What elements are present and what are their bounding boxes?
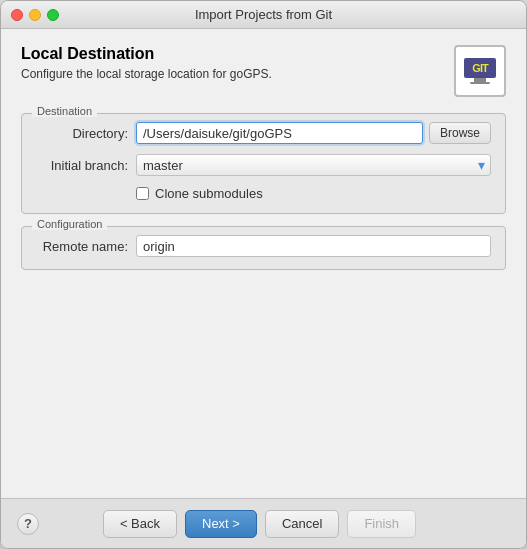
bottom-bar: ? < Back Next > Cancel Finish (1, 498, 526, 548)
help-button[interactable]: ? (17, 513, 39, 535)
directory-row: Directory: Browse (36, 122, 491, 144)
header-section: Local Destination Configure the local st… (21, 45, 506, 97)
configuration-legend: Configuration (32, 218, 107, 230)
monitor-screen: GIT (464, 58, 496, 78)
git-icon: GIT (464, 58, 496, 84)
branch-select[interactable]: master (136, 154, 491, 176)
finish-button: Finish (347, 510, 416, 538)
remote-name-input[interactable] (136, 235, 491, 257)
header-text: Local Destination Configure the local st… (21, 45, 272, 81)
window-controls (11, 9, 59, 21)
remote-name-row: Remote name: (36, 235, 491, 257)
page-subtitle: Configure the local storage location for… (21, 67, 272, 81)
window-title: Import Projects from Git (195, 7, 332, 22)
help-section: ? (17, 513, 39, 535)
clone-submodules-checkbox[interactable] (136, 187, 149, 200)
git-icon-container: GIT (454, 45, 506, 97)
branch-label: Initial branch: (36, 158, 136, 173)
branch-dropdown-wrapper: master ▾ (136, 154, 491, 176)
page-title: Local Destination (21, 45, 272, 63)
title-bar: Import Projects from Git (1, 1, 526, 29)
directory-input[interactable] (136, 122, 423, 144)
clone-submodules-row: Clone submodules (36, 186, 491, 201)
configuration-group: Configuration Remote name: (21, 226, 506, 270)
branch-row: Initial branch: master ▾ (36, 154, 491, 176)
monitor-base (470, 82, 490, 84)
maximize-button[interactable] (47, 9, 59, 21)
close-button[interactable] (11, 9, 23, 21)
git-label: GIT (472, 62, 487, 74)
destination-legend: Destination (32, 105, 97, 117)
content-spacer (21, 282, 506, 498)
directory-label: Directory: (36, 126, 136, 141)
clone-submodules-label: Clone submodules (155, 186, 263, 201)
destination-group: Destination Directory: Browse Initial br… (21, 113, 506, 214)
navigation-buttons: < Back Next > Cancel Finish (39, 510, 480, 538)
next-button[interactable]: Next > (185, 510, 257, 538)
cancel-button[interactable]: Cancel (265, 510, 339, 538)
main-content: Local Destination Configure the local st… (1, 29, 526, 498)
remote-name-label: Remote name: (36, 239, 136, 254)
back-button[interactable]: < Back (103, 510, 177, 538)
minimize-button[interactable] (29, 9, 41, 21)
browse-button[interactable]: Browse (429, 122, 491, 144)
